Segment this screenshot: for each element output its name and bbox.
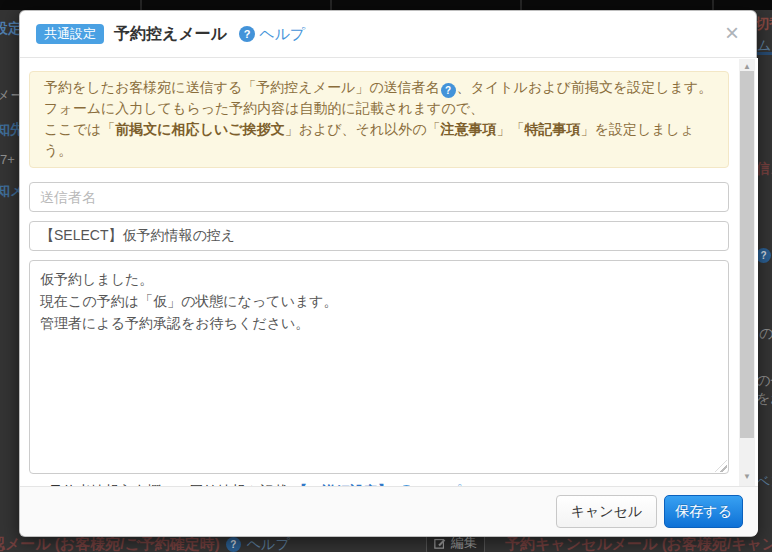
alert-bold-special: 特記事項 [525, 121, 581, 137]
question-icon[interactable]: ? [441, 83, 456, 98]
header-help: ? ヘルプ [239, 25, 305, 44]
edit-pencil-icon [434, 537, 446, 549]
tab-divider [140, 0, 142, 10]
alert-line-3: ここでは「前掲文に相応しいご挨拶文」および、それ以外の「注意事項」「特記事項」を… [44, 119, 714, 161]
alert-text: 、タイトルおよび前掲文を設定します。 [457, 79, 713, 95]
modal-footer: キャンセル 保存する [20, 486, 758, 536]
alert-text: 」および、それ以外の「 [285, 121, 441, 137]
bg-fragment-text2: のせ [756, 372, 772, 390]
bg-bottom-left-header: 認メール (お客様宛/ご予約確定時) ? ヘルプ [0, 535, 290, 552]
alert-bold-greeting: 前掲文に相応しいご挨拶文 [115, 121, 284, 137]
question-icon: ? [756, 248, 771, 263]
save-button[interactable]: 保存する [664, 495, 743, 528]
alert-text: 」「 [497, 121, 525, 137]
tab-divider [712, 0, 714, 10]
scrollbar-thumb[interactable] [740, 71, 754, 438]
bg-mail-header-label: 認メール (お客様宛/ご予約確定時) [0, 535, 220, 552]
info-alert: 予約をしたお客様宛に送信する「予約控えメール」の送信者名?、タイトルおよび前掲文… [29, 71, 729, 168]
cancel-button[interactable]: キャンセル [556, 495, 658, 528]
common-settings-badge: 共通設定 [36, 24, 104, 44]
question-icon: ? [226, 537, 241, 552]
bg-help-icon: ? [756, 245, 771, 263]
bg-active-tab-underline [755, 52, 772, 55]
mail-body-wrap: 仮予約しました。 現在この予約は「仮」の状態になっています。 管理者による予約承… [29, 260, 729, 474]
screen: 設定 メー 知先 7+ 知メ 切替 ム 信メ ? の のせ をお ベン 認メール… [0, 0, 772, 552]
alert-line-1: 予約をしたお客様宛に送信する「予約控えメール」の送信者名?、タイトルおよび前掲文… [44, 77, 714, 98]
alert-line-2: フォームに入力してもらった予約内容は自動的に記載されますので、 [44, 98, 714, 119]
background-topbar [0, 0, 772, 10]
scroll-down-icon[interactable]: ▼ [739, 469, 755, 483]
tab-divider [520, 0, 522, 10]
help-link[interactable]: ヘルプ [259, 25, 305, 44]
modal-header: 共通設定 予約控えメール ? ヘルプ × [20, 11, 756, 58]
bg-bottom-right-header: 予約キャンセルメール (お客様宛/キャン [505, 535, 772, 552]
alert-text: フォームに入力してもらった予約内容は自動的に記載されますので、 [44, 100, 484, 116]
bg-fragment-text3: をお [756, 390, 772, 408]
alert-bold-notes: 注意事項 [441, 121, 497, 137]
bg-fragment-header1: 信メ [756, 160, 772, 178]
modal-scrollbar[interactable]: ▲ ▼ [739, 59, 755, 487]
modal-dialog: 共通設定 予約控えメール ? ヘルプ × 予約をしたお客様宛に送信する「予約控え… [19, 10, 757, 537]
bg-fragment-text1: の [759, 325, 772, 343]
alert-text: 予約をしたお客様宛に送信する「予約控えメール」の送信者名 [44, 79, 440, 95]
sender-name-input[interactable] [29, 182, 729, 212]
mail-title-input[interactable] [29, 221, 729, 251]
close-icon[interactable]: × [725, 19, 739, 47]
bg-help-link: ヘルプ [247, 536, 290, 552]
modal-body: 予約をしたお客様宛に送信する「予約控えメール」の送信者名?、タイトルおよび前掲文… [20, 58, 758, 488]
bg-fragment-badge: 7+ [0, 152, 15, 167]
mail-body-textarea[interactable]: 仮予約しました。 現在この予約は「仮」の状態になっています。 管理者による予約承… [29, 260, 729, 474]
question-icon: ? [239, 26, 255, 42]
bg-fragment-tab1: 切替 [755, 15, 772, 33]
bg-fragment-link3: ベン [756, 473, 772, 491]
alert-text: ここでは「 [44, 121, 115, 137]
modal-title: 予約控えメール [114, 24, 227, 45]
tab-divider [330, 0, 332, 10]
